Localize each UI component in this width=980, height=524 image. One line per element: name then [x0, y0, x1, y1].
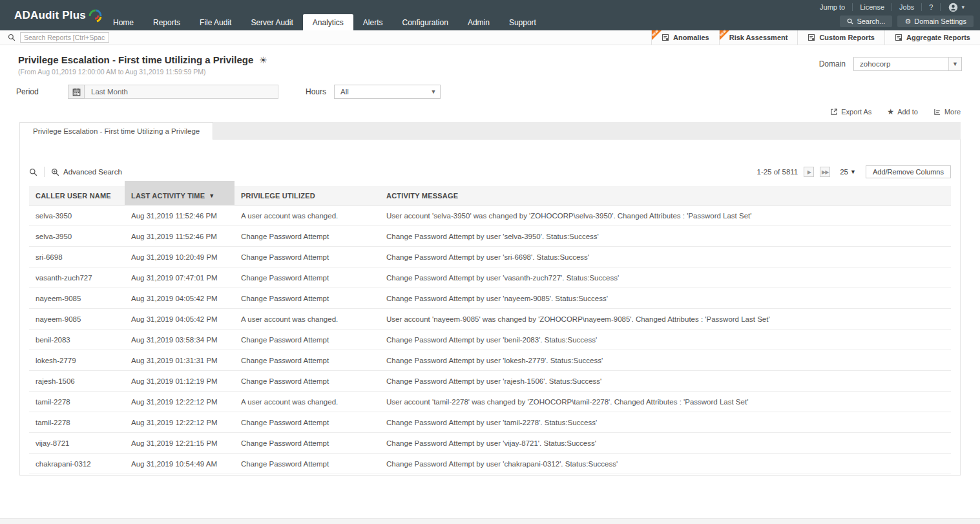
activity-message-cell: Change Password Attempt by user 'chakrap…: [380, 454, 951, 474]
caller-user-name-cell: nayeem-9085: [29, 309, 125, 329]
last-activity-time-cell: Aug 31,2019 01:12:19 PM: [125, 371, 235, 391]
table-row: benil-2083 Aug 31,2019 03:58:34 PM Chang…: [29, 330, 951, 350]
caller-user-name-cell: lokesh-2779: [29, 350, 125, 370]
table-row: nayeem-9085 Aug 31,2019 04:05:42 PM A us…: [29, 309, 951, 330]
nav-tab-server-audit[interactable]: Server Audit: [241, 14, 302, 30]
toolbar-item-anomalies[interactable]: NEW Anomalies: [651, 30, 719, 45]
column-header[interactable]: CALLER USER NAME: [29, 186, 125, 205]
last-activity-time-cell: Aug 31,2019 12:21:15 PM: [125, 433, 235, 453]
logo-swoosh-icon: [87, 8, 103, 23]
caller-user-name-cell: benil-2083: [29, 330, 125, 350]
activity-message-cell: Change Password Attempt by user 'sri-669…: [380, 247, 951, 267]
period-label: Period: [16, 87, 68, 96]
nav-tab-analytics[interactable]: Analytics: [303, 14, 353, 30]
nav-tab-alerts[interactable]: Alerts: [353, 14, 393, 30]
caller-user-name-cell: tamil-2278: [29, 412, 125, 432]
utility-link-license[interactable]: License: [853, 3, 892, 11]
caller-user-name-cell: rajesh-1506: [29, 371, 125, 391]
last-activity-time-cell: Aug 31,2019 12:22:12 PM: [125, 412, 235, 432]
user-avatar-icon: [948, 3, 958, 12]
period-input[interactable]: Last Month: [85, 85, 278, 99]
caller-user-name-cell: vijay-8721: [29, 433, 125, 453]
table-row: rajesh-1506 Aug 31,2019 01:12:19 PM Chan…: [29, 371, 951, 392]
app-logo-text: ADAudit Plus: [14, 9, 86, 22]
advanced-search-button[interactable]: Advanced Search: [51, 168, 122, 176]
toolbar-item-custom-reports[interactable]: Custom Reports: [797, 30, 884, 45]
custom-reports-icon: [808, 34, 815, 41]
privilege-utilized-cell: Change Password Attempt: [235, 226, 380, 246]
add-to-button[interactable]: ★ Add to: [887, 108, 918, 116]
footer-strip: [0, 518, 980, 524]
global-search-button[interactable]: Search...: [840, 16, 892, 27]
report-search-input[interactable]: [20, 32, 109, 43]
last-activity-time-cell: Aug 31,2019 10:20:49 PM: [125, 247, 235, 267]
privilege-utilized-cell: Change Password Attempt: [235, 412, 380, 432]
utility-link-jump-to[interactable]: Jump to: [813, 3, 853, 11]
table-row: selva-3950 Aug 31,2019 11:52:46 PM A use…: [29, 205, 951, 226]
anomalies-icon: [662, 34, 669, 41]
quick-search-icon[interactable]: [29, 168, 37, 176]
utility-row: Jump toLicenseJobs? ▾: [103, 0, 980, 14]
activity-message-cell: Change Password Attempt by user 'tamil-2…: [380, 412, 951, 432]
last-activity-time-cell: Aug 31,2019 04:05:42 PM: [125, 309, 235, 329]
activity-message-cell: Change Password Attempt by user 'rajesh-…: [380, 371, 951, 391]
table-row: chakrapani-0312 Aug 31,2019 10:54:49 AM …: [29, 454, 951, 474]
privilege-utilized-cell: Change Password Attempt: [235, 330, 380, 350]
activity-message-cell: User account 'nayeem-9085' was changed b…: [380, 309, 951, 329]
privilege-utilized-cell: Change Password Attempt: [235, 267, 380, 288]
privilege-utilized-cell: Change Password Attempt: [235, 288, 380, 308]
report-tab-active[interactable]: Privilege Escalation - First time Utiliz…: [19, 122, 213, 140]
nav-tab-support[interactable]: Support: [499, 14, 546, 30]
new-ribbon: NEW: [652, 30, 662, 40]
pagination-range: 1-25 of 5811: [756, 168, 798, 176]
hours-select[interactable]: All ▼: [334, 85, 441, 99]
nav-tab-file-audit[interactable]: File Audit: [190, 14, 241, 30]
last-activity-time-cell: Aug 31,2019 04:05:42 PM: [125, 288, 235, 308]
caller-user-name-cell: tamil-2278: [29, 392, 125, 412]
last-activity-time-cell: Aug 31,2019 10:54:49 AM: [125, 454, 235, 474]
toolbar-item-aggregate-reports[interactable]: Aggregate Reports: [884, 30, 980, 45]
last-activity-time-cell: Aug 31,2019 12:22:12 PM: [125, 392, 235, 412]
privilege-utilized-cell: Change Password Attempt: [235, 350, 380, 370]
nav-tab-reports[interactable]: Reports: [143, 14, 190, 30]
column-header[interactable]: PRIVILEGE UTILIZED: [235, 186, 380, 205]
privilege-utilized-cell: Change Password Attempt: [235, 454, 380, 474]
gear-icon: ⚙: [904, 18, 911, 25]
utility-link-jobs[interactable]: Jobs: [892, 3, 922, 11]
export-as-button[interactable]: Export As: [830, 108, 871, 116]
search-icon: [847, 18, 853, 25]
domain-settings-button[interactable]: ⚙ Domain Settings: [897, 16, 974, 27]
toolbar-item-risk-assessment[interactable]: NEW Risk Assessment: [719, 30, 798, 45]
table-row: sri-6698 Aug 31,2019 10:20:49 PM Change …: [29, 247, 951, 267]
add-remove-columns-button[interactable]: Add/Remove Columns: [866, 165, 951, 178]
next-page-button[interactable]: ▶: [804, 167, 814, 177]
last-page-button[interactable]: ▶▶: [820, 167, 830, 177]
caller-user-name-cell: chakrapani-0312: [29, 454, 125, 474]
user-menu[interactable]: ▾: [941, 3, 972, 12]
column-header[interactable]: LAST ACTIVITY TIME ▼: [125, 186, 235, 205]
calendar-icon[interactable]: [68, 85, 85, 99]
domain-select[interactable]: zohocorp ▼: [853, 57, 962, 71]
export-icon: [830, 108, 838, 116]
tabstrip-filler: [213, 122, 961, 139]
privilege-utilized-cell: Change Password Attempt: [235, 371, 380, 391]
more-button[interactable]: More: [933, 108, 961, 116]
nav-tab-admin[interactable]: Admin: [458, 14, 499, 30]
report-table: CALLER USER NAME LAST ACTIVITY TIME ▼ PR…: [29, 186, 951, 474]
nav-tab-configuration[interactable]: Configuration: [393, 14, 458, 30]
activity-message-cell: Change Password Attempt by user 'selva-3…: [380, 226, 951, 246]
activity-message-cell: Change Password Attempt by user 'lokesh-…: [380, 350, 951, 370]
activity-message-cell: User account 'tamil-2278' was changed by…: [380, 392, 951, 412]
privilege-utilized-cell: A user account was changed.: [235, 205, 380, 225]
column-header[interactable]: ACTIVITY MESSAGE: [380, 186, 951, 205]
last-activity-time-cell: Aug 31,2019 11:52:46 PM: [125, 205, 235, 225]
help-link[interactable]: ?: [922, 3, 941, 11]
caller-user-name-cell: nayeem-9085: [29, 288, 125, 308]
nav-tab-home[interactable]: Home: [103, 14, 143, 30]
report-highlight-icon[interactable]: ☀: [259, 56, 267, 65]
table-row: tamil-2278 Aug 31,2019 12:22:12 PM Chang…: [29, 412, 951, 433]
page-size-select[interactable]: 25 ▼: [840, 168, 856, 176]
report-actions: Export As ★ Add to More: [19, 108, 961, 116]
sort-desc-icon: ▼: [209, 193, 214, 199]
last-activity-time-cell: Aug 31,2019 11:52:46 PM: [125, 226, 235, 246]
